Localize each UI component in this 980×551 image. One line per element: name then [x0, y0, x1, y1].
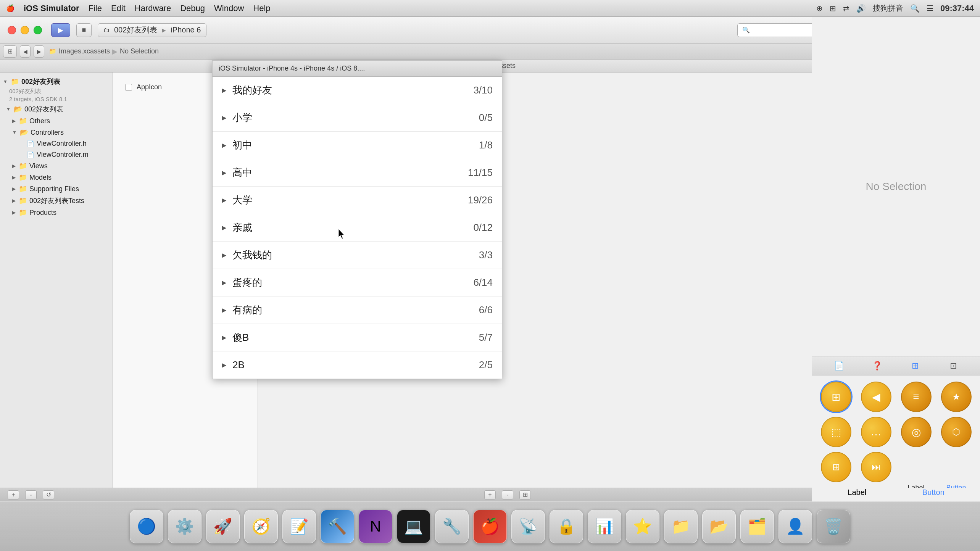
play-button[interactable]: ▶ [51, 23, 70, 37]
close-button[interactable] [8, 26, 16, 34]
dock-star[interactable]: ⭐ [626, 510, 659, 543]
sim-row-6[interactable]: ▶ 欠我钱的 3/3 [213, 242, 502, 269]
asset-checkbox[interactable] [125, 84, 132, 91]
tests-triangle: ▶ [12, 198, 16, 203]
dock-hammer[interactable]: 🔧 [435, 510, 469, 543]
dock-onenote[interactable]: N [359, 510, 392, 543]
sidebar-item-vcH[interactable]: 📄 ViewController.h [0, 138, 113, 149]
menu-window[interactable]: Window [214, 3, 244, 13]
rotate-btn[interactable]: ↺ [43, 490, 54, 499]
nav-back-btn[interactable]: ◀ [20, 45, 31, 58]
row6-count: 3/3 [479, 249, 493, 261]
menu-help[interactable]: Help [253, 3, 270, 13]
menu-edit[interactable]: Edit [111, 3, 126, 13]
dock-person[interactable]: 👤 [779, 510, 812, 543]
obj-label-item[interactable]: Label [898, 452, 934, 488]
breadcrumb-selection[interactable]: No Selection [120, 47, 159, 55]
project-name: 002好友列表 [21, 77, 60, 86]
dock-xcode[interactable]: 🔨 [321, 510, 354, 543]
remove-item-btn[interactable]: - [25, 490, 37, 499]
scheme-selector[interactable]: 🗂 002好友列表 ▶ iPhone 6 [98, 23, 206, 37]
maximize-button[interactable] [34, 26, 42, 34]
nav-forward-btn[interactable]: ▶ [34, 45, 44, 58]
fit-btn[interactable]: ⊞ [519, 490, 531, 499]
remove-item-right-btn[interactable]: - [502, 490, 513, 499]
row9-triangle: ▶ [222, 334, 226, 341]
dock-terminal[interactable]: 💻 [397, 510, 430, 543]
dock-filezilla[interactable]: 📡 [511, 510, 545, 543]
sidebar-item-project[interactable]: ▼ 📁 002好友列表 [0, 76, 113, 88]
dock-launchpad[interactable]: 🚀 [206, 510, 240, 543]
obj-tableview[interactable]: … [858, 417, 894, 447]
obj-imageview-icon: ◎ [901, 417, 932, 447]
media-library-icon[interactable]: ⊡ [946, 359, 960, 373]
sim-row-1[interactable]: ▶ 小学 0/5 [213, 104, 502, 132]
sidebar-item-views[interactable]: ▶ 📁 Views [0, 160, 113, 172]
sidebar-item-others[interactable]: ▶ 📁 Others [0, 115, 113, 127]
sim-row-9[interactable]: ▶ 傻B 5/7 [213, 324, 502, 351]
dock-red-app[interactable]: 🍎 [473, 510, 507, 543]
add-item-btn[interactable]: + [8, 490, 19, 499]
sim-row-10[interactable]: ▶ 2B 2/5 [213, 351, 502, 379]
sim-row-3[interactable]: ▶ 高中 11/15 [213, 159, 502, 187]
dock-safari[interactable]: 🧭 [244, 510, 278, 543]
search-icon[interactable]: 🔍 [910, 4, 920, 13]
obj-collection-vc[interactable]: ★ [938, 382, 974, 412]
dock-lock[interactable]: 🔒 [550, 510, 583, 543]
quick-help-icon[interactable]: ❓ [870, 359, 884, 373]
sidebar-item-products[interactable]: ▶ 📁 Products [0, 207, 113, 218]
menu-hardware[interactable]: Hardware [135, 3, 171, 13]
dock-notes[interactable]: 📝 [282, 510, 316, 543]
stop-button[interactable]: ■ [76, 23, 92, 37]
sidebar-item-controllers[interactable]: ▼ 📂 Controllers [0, 127, 113, 138]
row4-count: 19/26 [468, 194, 493, 206]
obj-view-controller[interactable]: ⊞ [818, 382, 854, 412]
obj-play-item[interactable]: ⏭ [858, 452, 894, 488]
sim-row-4[interactable]: ▶ 大学 19/26 [213, 187, 502, 214]
no-selection-text: No Selection [866, 180, 927, 193]
obj-imageview[interactable]: ◎ [898, 417, 934, 447]
others-folder-icon: 📁 [19, 117, 27, 125]
dock-preferences[interactable]: ⚙️ [168, 510, 201, 543]
menu-debug[interactable]: Debug [180, 3, 205, 13]
minimize-button[interactable] [21, 26, 29, 34]
obj-view-icon: ⬚ [821, 417, 851, 447]
row3-label: 高中 [232, 166, 468, 179]
sim-row-7[interactable]: ▶ 蛋疼的 6/14 [213, 269, 502, 296]
supporting-triangle: ▶ [12, 186, 16, 192]
sidebar-item-group[interactable]: ▼ 📂 002好友列表 [0, 103, 113, 115]
obj-button-item[interactable]: Button [938, 452, 974, 488]
add-item-right-btn[interactable]: + [484, 490, 496, 499]
dock-folder2[interactable]: 📂 [702, 510, 736, 543]
dock-folder1[interactable]: 📁 [664, 510, 698, 543]
sidebar-item-models[interactable]: ▶ 📁 Models [0, 172, 113, 183]
obj-3d-object[interactable]: ⬡ [938, 417, 974, 447]
tests-folder-icon: 📁 [19, 197, 27, 205]
sidebar-item-vcM[interactable]: 📄 ViewController.m [0, 149, 113, 160]
menu-simulator[interactable]: iOS Simulator [24, 3, 79, 13]
row8-count: 6/6 [479, 304, 493, 316]
notification-icon[interactable]: ☰ [927, 4, 933, 13]
file-inspector-icon[interactable]: 📄 [832, 359, 846, 373]
dock-folder3[interactable]: 🗂️ [740, 510, 774, 543]
dock-instruments[interactable]: 📊 [588, 510, 621, 543]
obj-nav-controller[interactable]: ◀ [858, 382, 894, 412]
obj-library-icon[interactable]: ⊞ [908, 359, 922, 373]
dock-trash[interactable]: 🗑️ [817, 510, 850, 543]
breadcrumb-xcassets[interactable]: Images.xcassets [59, 47, 110, 55]
sim-row-5[interactable]: ▶ 亲戚 0/12 [213, 214, 502, 242]
row0-triangle: ▶ [222, 87, 226, 94]
sim-row-8[interactable]: ▶ 有病的 6/6 [213, 296, 502, 324]
sidebar-item-supporting[interactable]: ▶ 📁 Supporting Files [0, 183, 113, 195]
obj-grid-icon-item[interactable]: ⊞ [818, 452, 854, 488]
sidebar-item-tests[interactable]: ▶ 📁 002好友列表Tests [0, 195, 113, 207]
dock-finder[interactable]: 🔵 [130, 510, 163, 543]
obj-view[interactable]: ⬚ [818, 417, 854, 447]
obj-table-icon: ≡ [901, 382, 932, 412]
obj-table-vc[interactable]: ≡ [898, 382, 934, 412]
sim-row-0[interactable]: ▶ 我的好友 3/10 [213, 77, 502, 104]
grid-view-btn[interactable]: ⊞ [3, 45, 17, 58]
apple-menu[interactable]: 🍎 [6, 4, 15, 13]
menu-file[interactable]: File [88, 3, 102, 13]
sim-row-2[interactable]: ▶ 初中 1/8 [213, 132, 502, 159]
